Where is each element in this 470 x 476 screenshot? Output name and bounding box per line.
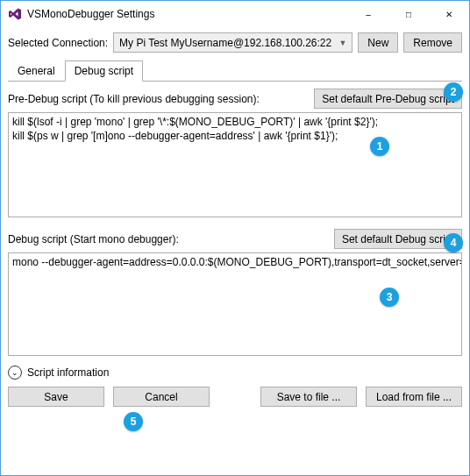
predebug-header: Pre-Debug script (To kill previous debug…	[8, 89, 462, 109]
set-default-debug-button[interactable]: Set default Debug script	[334, 229, 462, 249]
connection-combo[interactable]: My Pi Test MyUsername@192.168.100.26:22 …	[113, 32, 352, 53]
connection-selected: My Pi Test MyUsername@192.168.100.26:22	[119, 37, 331, 49]
window-title: VSMonoDebugger Settings	[27, 8, 154, 20]
chevron-down-icon: ⌄	[8, 366, 22, 380]
cancel-button[interactable]: Cancel	[113, 387, 210, 407]
tab-general[interactable]: General	[8, 60, 65, 82]
chevron-down-icon: ▼	[338, 39, 346, 47]
set-default-predebug-button[interactable]: Set default Pre-Debug script	[314, 89, 462, 109]
debug-label: Debug script (Start mono debugger):	[8, 233, 179, 245]
tab-debug-script[interactable]: Debug script	[65, 60, 143, 82]
window-buttons: – □ ✕	[348, 1, 469, 27]
callout-3: 3	[380, 288, 399, 307]
callout-4: 4	[444, 233, 463, 252]
callout-1: 1	[370, 137, 389, 156]
minimize-button[interactable]: –	[348, 1, 388, 27]
tab-strip: General Debug script	[8, 60, 462, 82]
close-button[interactable]: ✕	[429, 1, 469, 27]
content-area: Selected Connection: My Pi Test MyUserna…	[1, 27, 469, 414]
callout-5: 5	[124, 412, 143, 431]
title-bar: VSMonoDebugger Settings – □ ✕	[1, 1, 469, 27]
save-to-file-button[interactable]: Save to file ...	[260, 387, 357, 407]
connection-row: Selected Connection: My Pi Test MyUserna…	[8, 32, 462, 53]
load-from-file-button[interactable]: Load from file ...	[366, 387, 462, 407]
save-button[interactable]: Save	[8, 387, 104, 407]
remove-button[interactable]: Remove	[403, 32, 462, 53]
script-information-label: Script information	[27, 366, 109, 379]
new-button[interactable]: New	[358, 32, 398, 53]
app-icon	[8, 7, 22, 21]
predebug-label: Pre-Debug script (To kill previous debug…	[8, 93, 260, 105]
connection-label: Selected Connection:	[8, 37, 108, 49]
script-information-expander[interactable]: ⌄ Script information	[8, 366, 462, 380]
maximize-button[interactable]: □	[388, 1, 429, 27]
debug-header: Debug script (Start mono debugger): Set …	[8, 229, 462, 249]
predebug-script-input[interactable]	[8, 112, 462, 217]
footer-buttons: Save Cancel Save to file ... Load from f…	[8, 387, 462, 407]
callout-2: 2	[444, 82, 463, 102]
